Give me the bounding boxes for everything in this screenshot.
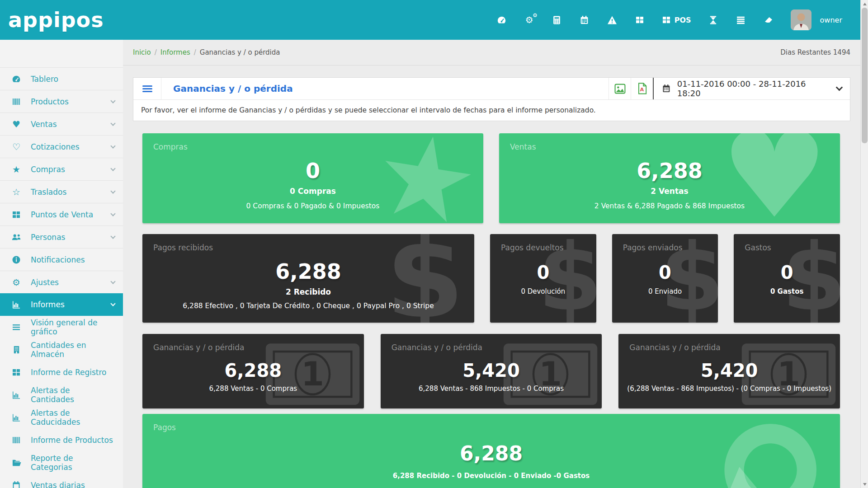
app-logo[interactable]: appipos bbox=[0, 8, 104, 32]
info-icon bbox=[11, 255, 22, 264]
sidebar-subitem-label: Reporte de Categorias bbox=[31, 454, 115, 472]
chevron-down-icon bbox=[110, 234, 115, 239]
sidebar-item-personas[interactable]: Personas bbox=[0, 225, 123, 248]
card-title: Pagos enviados bbox=[623, 243, 683, 252]
panel-menu-button[interactable] bbox=[133, 78, 161, 99]
calendar-icon[interactable] bbox=[579, 14, 590, 25]
card-title: Ganancias y / o pérdida bbox=[629, 343, 720, 352]
building-icon bbox=[11, 345, 22, 354]
calculator-icon[interactable] bbox=[552, 14, 562, 25]
scroll-down-button[interactable] bbox=[861, 480, 868, 488]
scrollbar-thumb[interactable] bbox=[862, 8, 868, 143]
date-range-value: 01-11-2016 00:00 - 28-11-2016 18:20 bbox=[677, 79, 830, 98]
sidebar-item-label: Ventas bbox=[31, 120, 111, 129]
sidebar-item-compras[interactable]: ★ Compras bbox=[0, 158, 123, 180]
card-ganancia-1: Ganancias y / o pérdida 6,288 6,288 Vent… bbox=[142, 334, 364, 408]
chevron-down-icon bbox=[110, 98, 115, 103]
chevron-down-icon bbox=[110, 143, 115, 148]
card-title: Gastos bbox=[745, 243, 771, 252]
eraser-icon[interactable] bbox=[763, 14, 774, 25]
top-icon-menu: ⚙⚙ POS owner bbox=[496, 9, 860, 30]
bar-chart-icon bbox=[11, 300, 22, 309]
card-value: 6,288 bbox=[142, 442, 840, 465]
card-gastos: Gastos 0 0 Gastos $ bbox=[734, 234, 840, 323]
scroll-up-button[interactable] bbox=[861, 0, 868, 8]
sidebar-subitem-alertas-caducidades[interactable]: Alertas de Caducidades bbox=[0, 406, 123, 429]
sidebar-item-ajustes[interactable]: ⚙ Ajustes bbox=[0, 271, 123, 293]
card-value: 0 bbox=[612, 262, 718, 283]
pos-grid-icon bbox=[662, 15, 671, 24]
card-line1: 6,288 Ventas - 868 Impuestos - 0 Compras bbox=[381, 385, 602, 393]
card-line1: 6,288 Recibido - 0 Devolución - 0 Enviad… bbox=[142, 472, 840, 480]
days-remaining: Dias Restantes 1494 bbox=[780, 48, 850, 56]
card-pagos-devueltos: Pagos devueltos 0 0 Devolución $ bbox=[490, 234, 596, 323]
card-title: Compras bbox=[153, 142, 188, 151]
sidebar-item-traslados[interactable]: ☆ Traslados bbox=[0, 180, 123, 203]
breadcrumb-bar: Inicio / Informes / Ganancias y / o pérd… bbox=[123, 40, 860, 66]
avatar[interactable] bbox=[791, 9, 811, 30]
card-value: 6,288 bbox=[499, 159, 840, 183]
card-line2: 6,288 Efectivo , 0 Tarjeta De Crédito , … bbox=[142, 302, 474, 310]
heart-icon: ♥ bbox=[11, 120, 22, 129]
chevron-down-icon bbox=[110, 166, 115, 171]
sidebar-subitem-cantidades-almacen[interactable]: Cantidades en Almacén bbox=[0, 338, 123, 361]
cogs-icon[interactable]: ⚙⚙ bbox=[524, 14, 535, 25]
card-ganancia-3: Ganancias y / o pérdida 5,420 (6,288 Ven… bbox=[618, 334, 840, 408]
cards-row-4: Pagos 6,288 6,288 Recibido - 0 Devolució… bbox=[142, 414, 840, 488]
sidebar-subitem-label: Visión general de gráfico bbox=[31, 318, 115, 336]
card-line1: 0 Gastos bbox=[734, 287, 840, 296]
card-title: Ganancias y / o pérdida bbox=[153, 343, 244, 352]
date-range-picker[interactable]: 01-11-2016 00:00 - 28-11-2016 18:20 bbox=[653, 78, 850, 99]
card-line1: 6,288 Ventas - 0 Compras bbox=[142, 385, 364, 393]
chevron-down-icon bbox=[110, 211, 115, 216]
card-title: Ventas bbox=[510, 142, 536, 151]
scrollbar[interactable] bbox=[860, 0, 868, 488]
sidebar-subitem-reporte-categorias[interactable]: Reporte de Categorias bbox=[0, 451, 123, 474]
chevron-down-icon bbox=[110, 301, 115, 306]
breadcrumb-separator: / bbox=[155, 48, 157, 56]
sidebar-subitem-label: Ventas diarias bbox=[31, 481, 115, 488]
card-line2: 0 Compras & 0 Pagado & 0 Impuestos bbox=[142, 202, 483, 210]
star-outline-icon: ☆ bbox=[11, 188, 22, 197]
chevron-down-icon bbox=[836, 84, 843, 91]
card-line1: 0 Compras bbox=[142, 187, 483, 196]
bar-chart-icon bbox=[11, 413, 22, 422]
sidebar-item-ventas[interactable]: ♥ Ventas bbox=[0, 113, 123, 135]
calendar-icon bbox=[662, 84, 671, 93]
small-cog-icon: ⚙ bbox=[533, 13, 538, 18]
sidebar-item-notificaciones[interactable]: Notificaciones bbox=[0, 248, 123, 271]
sidebar-item-informes[interactable]: Informes bbox=[0, 293, 123, 316]
warning-icon[interactable] bbox=[607, 14, 618, 25]
breadcrumb-home[interactable]: Inicio bbox=[133, 48, 151, 56]
sidebar-subitem-informe-productos[interactable]: Informe de Productos bbox=[0, 429, 123, 451]
sidebar-subitem-label: Informe de Productos bbox=[31, 436, 115, 445]
chevron-down-icon bbox=[110, 121, 115, 126]
card-line2: 2 Ventas & 6,288 Pagado & 868 Impuestos bbox=[499, 202, 840, 210]
pdf-export-icon: A bbox=[637, 83, 647, 94]
export-pdf-button[interactable]: A bbox=[631, 78, 653, 99]
pos-button[interactable]: POS bbox=[662, 14, 691, 25]
cards-row-1: Compras 0 0 Compras 0 Compras & 0 Pagado… bbox=[142, 133, 840, 223]
export-image-button[interactable] bbox=[609, 78, 631, 99]
apps-grid-icon[interactable] bbox=[634, 14, 645, 25]
hourglass-icon[interactable] bbox=[708, 14, 719, 25]
breadcrumb-section[interactable]: Informes bbox=[160, 48, 190, 56]
sidebar-item-tablero[interactable]: Tablero bbox=[0, 67, 123, 90]
sidebar-item-cotizaciones[interactable]: ♡ Cotizaciones bbox=[0, 135, 123, 158]
report-panel-header: Ganancias y / o pérdida A 01-11-2016 00:… bbox=[133, 78, 850, 100]
dashboard-icon[interactable] bbox=[496, 14, 507, 25]
sidebar-subitem-ventas-diarias[interactable]: Ventas diarias bbox=[0, 474, 123, 488]
card-value: 5,420 bbox=[381, 360, 602, 381]
breadcrumb-current: Ganancias y / o pérdida bbox=[200, 48, 280, 56]
sidebar-item-productos[interactable]: Productos bbox=[0, 90, 123, 113]
user-name[interactable]: owner bbox=[820, 16, 842, 24]
sidebar-item-label: Productos bbox=[31, 97, 111, 106]
sidebar-subitem-alertas-cantidades[interactable]: Alertas de Cantidades bbox=[0, 384, 123, 406]
card-value: 0 bbox=[490, 262, 596, 283]
card-title: Pagos devueltos bbox=[501, 243, 564, 252]
sidebar-subitem-informe-registro[interactable]: Informe de Registro bbox=[0, 361, 123, 384]
sidebar-subitem-vision-general[interactable]: Visión general de gráfico bbox=[0, 316, 123, 338]
sidebar-item-puntos-de-venta[interactable]: Puntos de Venta bbox=[0, 203, 123, 225]
registers-list-icon[interactable] bbox=[736, 14, 746, 25]
barcode-icon bbox=[11, 97, 22, 106]
